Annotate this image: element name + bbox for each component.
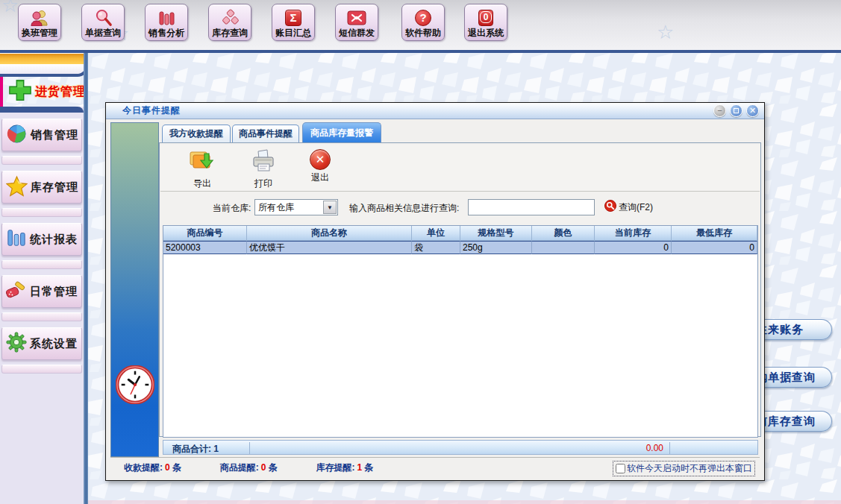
sidebar-header-bars bbox=[0, 53, 88, 77]
tool-label: 打印 bbox=[254, 177, 272, 190]
tab-label: 商品库存量报警 bbox=[310, 127, 373, 139]
checkbox-input[interactable] bbox=[616, 464, 625, 473]
toolbar-button-label: 账目汇总 bbox=[275, 28, 311, 38]
brush-icon bbox=[6, 280, 27, 303]
tab-stock-alert[interactable]: 商品库存量报警 bbox=[302, 122, 381, 142]
gear-icon bbox=[6, 332, 27, 356]
people-icon bbox=[30, 7, 49, 28]
export-icon bbox=[189, 149, 216, 176]
cell-spec: 250g bbox=[460, 241, 532, 254]
sigma-icon: Σ bbox=[285, 7, 301, 28]
product-reminder-count: 商品提醒:0条 bbox=[220, 462, 278, 474]
account-summary-button[interactable]: Σ 账目汇总 bbox=[272, 4, 315, 41]
query-icon bbox=[604, 200, 616, 215]
sidebar-item-label: 日常管理 bbox=[30, 285, 78, 299]
sms-broadcast-button[interactable]: 短信群发 bbox=[335, 4, 378, 41]
warehouse-label: 当前仓库: bbox=[213, 202, 251, 215]
query-button[interactable]: 查询(F2) bbox=[604, 200, 653, 215]
toolbar-button-label: 软件帮助 bbox=[405, 28, 441, 38]
magnifier-icon bbox=[94, 7, 113, 28]
tab-product-event-reminder[interactable]: 商品事件提醒 bbox=[232, 125, 299, 142]
tool-label: 退出 bbox=[311, 171, 329, 184]
sidebar-separator bbox=[1, 312, 82, 321]
exit-button[interactable]: ✕ 退出 bbox=[301, 149, 340, 184]
sidebar-item-label: 进货管理 bbox=[35, 84, 86, 100]
tab-panel: 导出 打印 ✕ 退出 当前仓库: bbox=[159, 142, 761, 437]
chevron-down-icon[interactable]: ▼ bbox=[323, 201, 337, 214]
magenta-stripe bbox=[0, 77, 3, 107]
close-button[interactable]: ✕ bbox=[746, 104, 759, 117]
document-query-button[interactable]: 单据查询 bbox=[81, 4, 125, 41]
clock-icon bbox=[116, 365, 154, 407]
star-icon bbox=[6, 175, 28, 200]
orange-bar bbox=[0, 53, 85, 64]
sidebar-separator bbox=[1, 365, 82, 374]
toolbar-button-label: 换班管理 bbox=[22, 28, 57, 38]
warehouse-select-value: 所有仓库 bbox=[258, 201, 294, 214]
cell-product-name: 优优馍干 bbox=[247, 241, 412, 254]
sidebar-item-statistics-reports[interactable]: 统计报表 bbox=[1, 223, 82, 256]
sales-analysis-button[interactable]: 销售分析 bbox=[145, 4, 188, 41]
sidebar-separator bbox=[1, 208, 82, 217]
green-plus-icon bbox=[7, 78, 33, 105]
pie-chart-icon bbox=[6, 123, 28, 148]
shift-management-button[interactable]: 换班管理 bbox=[18, 4, 61, 41]
warehouse-select[interactable]: 所有仓库 ▼ bbox=[254, 199, 338, 215]
column-header[interactable]: 颜色 bbox=[532, 226, 595, 241]
column-header[interactable]: 商品名称 bbox=[247, 226, 412, 241]
software-help-button[interactable]: ? 软件帮助 bbox=[401, 4, 445, 41]
panel-toolbar: 导出 打印 ✕ 退出 bbox=[160, 145, 760, 192]
stock-reminder-count: 库存提醒:1条 bbox=[316, 462, 373, 474]
search-label: 输入商品相关信息进行查询: bbox=[349, 202, 459, 215]
exit-icon: ✕ bbox=[310, 149, 331, 170]
maximize-button[interactable] bbox=[730, 104, 742, 117]
sidebar-item-sales-management[interactable]: 销售管理 bbox=[1, 119, 82, 151]
cell-product-code: 5200003 bbox=[163, 241, 247, 254]
toolbar-button-label: 短信群发 bbox=[339, 28, 375, 38]
dialog-content: 我方收款提醒 商品事件提醒 商品库存量报警 导出 bbox=[159, 122, 761, 457]
dont-show-again-checkbox[interactable]: 软件今天启动时不再弹出本窗口 bbox=[613, 461, 755, 476]
sidebar-item-label: 销售管理 bbox=[31, 128, 78, 142]
sidebar-item-system-settings[interactable]: 系统设置 bbox=[1, 327, 82, 360]
column-header[interactable]: 商品编号 bbox=[163, 226, 247, 241]
cell-unit: 袋 bbox=[412, 241, 460, 254]
toolbar-button-label: 销售分析 bbox=[148, 28, 184, 38]
print-button[interactable]: 打印 bbox=[244, 149, 283, 190]
column-header[interactable]: 单位 bbox=[412, 226, 460, 241]
exit-system-button[interactable]: 0 退出系统 bbox=[464, 4, 507, 41]
stock-alert-table: 商品编号 商品名称 单位 规格型号 颜色 当前库存 最低库存 5200003 优… bbox=[163, 225, 758, 438]
cell-min-stock: 0 bbox=[672, 241, 757, 254]
bottom-pink-strip bbox=[88, 500, 841, 504]
total-label: 商品合计: 1 bbox=[172, 443, 219, 456]
sidebar-item-stock-management[interactable]: 库存管理 bbox=[1, 171, 82, 204]
column-header[interactable]: 规格型号 bbox=[460, 226, 532, 241]
dialog-title-bar[interactable]: 今日事件提醒 − ✕ bbox=[106, 103, 764, 119]
dialog-status-bar: 收款提醒:0条 商品提醒:0条 库存提醒:1条 软件今天启动时不再弹出本窗口 bbox=[110, 457, 760, 477]
product-search-input[interactable] bbox=[468, 199, 595, 215]
inventory-query-button[interactable]: 库存查询 bbox=[208, 4, 251, 41]
minimize-button[interactable]: − bbox=[713, 104, 726, 117]
toolbar-button-label: 库存查询 bbox=[212, 28, 248, 38]
dialog-left-gradient-strip bbox=[110, 122, 159, 457]
pill-label: 购单据查询 bbox=[756, 371, 816, 385]
sidebar-item-daily-management[interactable]: 日常管理 bbox=[1, 275, 82, 308]
checkbox-label: 软件今天启动时不再弹出本窗口 bbox=[627, 462, 752, 475]
star-decoration: ☆ bbox=[657, 21, 674, 44]
dialog-today-events: 今日事件提醒 − ✕ 我方收款提醒 商品事件提醒 商品库存量报警 bbox=[105, 102, 765, 481]
tab-payment-reminder[interactable]: 我方收款提醒 bbox=[162, 125, 231, 142]
footer-separator bbox=[669, 442, 670, 454]
sidebar-item-label: 统计报表 bbox=[30, 233, 78, 247]
tab-label: 商品事件提醒 bbox=[239, 127, 293, 140]
print-icon bbox=[251, 149, 275, 176]
column-header[interactable]: 当前库存 bbox=[595, 226, 672, 241]
column-header[interactable]: 最低库存 bbox=[672, 226, 757, 241]
app-window: ☆ ☆ ☆ ☆ 换班管理 单据查询 销售分析 库存查询 bbox=[0, 0, 841, 504]
table-row[interactable]: 5200003 优优馍干 袋 250g 0 0 bbox=[163, 241, 757, 254]
footer-separator bbox=[249, 442, 250, 454]
payment-reminder-count: 收款提醒:0条 bbox=[124, 462, 181, 474]
table-header-row: 商品编号 商品名称 单位 规格型号 颜色 当前库存 最低库存 bbox=[163, 226, 757, 241]
sidebar-item-purchase-management[interactable]: 进货管理 bbox=[0, 77, 88, 107]
cell-current-stock: 0 bbox=[595, 241, 672, 254]
top-toolbar: ☆ ☆ ☆ ☆ 换班管理 单据查询 销售分析 库存查询 bbox=[0, 0, 841, 50]
export-button[interactable]: 导出 bbox=[183, 149, 222, 190]
